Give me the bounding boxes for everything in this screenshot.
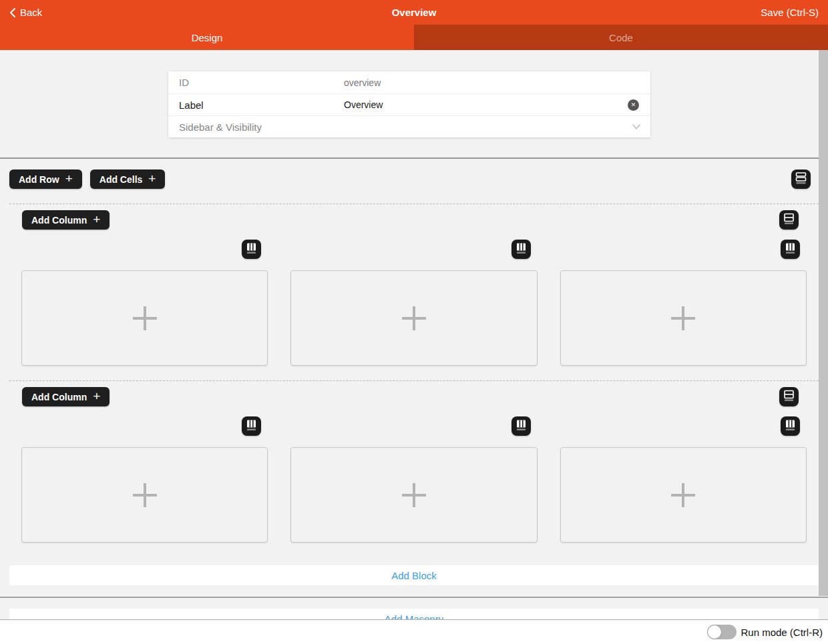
properties-band: ID overview Label Overview ✕ Sidebar & V… (0, 50, 828, 159)
row-section-1-header: Add Column + (9, 210, 819, 230)
columns-icon (784, 418, 797, 434)
run-mode-label: Run mode (Ctrl-R) (741, 627, 823, 638)
app-window: Back Overview Save (Ctrl-S) Design Code … (0, 0, 828, 644)
run-mode-toggle[interactable] (707, 625, 737, 639)
layout-canvas: Add Row + Add Cells + (0, 170, 828, 619)
add-column-button[interactable]: Add Column + (22, 387, 110, 406)
property-row-sidebar-visibility[interactable]: Sidebar & Visibility (168, 115, 650, 137)
plus-icon: + (93, 213, 100, 226)
tab-code[interactable]: Code (414, 25, 828, 50)
add-row-label: Add Row (19, 174, 59, 185)
properties-card: ID overview Label Overview ✕ Sidebar & V… (168, 71, 650, 137)
columns-settings-button[interactable] (511, 240, 531, 259)
columns-icon (245, 242, 258, 257)
row-section-1: Add Column + (9, 204, 819, 366)
add-row-button[interactable]: Add Row + (9, 170, 82, 189)
tab-design[interactable]: Design (0, 25, 414, 50)
empty-cell[interactable] (21, 270, 268, 366)
add-content-plus-icon (671, 306, 695, 330)
save-button[interactable]: Save (Ctrl-S) (761, 7, 819, 18)
split-rows-icon (783, 389, 795, 404)
row-settings-button[interactable] (779, 210, 799, 230)
back-button[interactable]: Back (9, 7, 42, 18)
columns-settings-button[interactable] (242, 416, 261, 436)
plus-icon: + (65, 172, 73, 185)
empty-cell[interactable] (21, 447, 268, 543)
rows-layout-button[interactable] (791, 170, 811, 189)
page-title: Overview (392, 7, 437, 18)
row-section-2-header: Add Column + (9, 387, 819, 406)
label-label: Label (179, 99, 344, 111)
cell-column (290, 240, 537, 366)
id-value: overview (344, 77, 381, 88)
columns-settings-button[interactable] (781, 240, 800, 259)
row-settings-button[interactable] (779, 387, 799, 406)
empty-cell[interactable] (290, 447, 537, 543)
toggle-knob (708, 625, 721, 639)
canvas-bottom-divider (0, 597, 828, 598)
columns-settings-button[interactable] (781, 416, 800, 436)
main-content: ID overview Label Overview ✕ Sidebar & V… (0, 50, 828, 619)
add-content-plus-icon (133, 483, 157, 507)
vertical-scrollbar[interactable] (819, 50, 828, 596)
stacked-rows-icon (795, 172, 807, 187)
add-cells-button[interactable]: Add Cells + (90, 170, 166, 189)
top-bar: Back Overview Save (Ctrl-S) (0, 0, 828, 25)
cell-column (21, 416, 268, 543)
id-label: ID (179, 77, 344, 88)
cells-row (21, 240, 807, 366)
clear-label-icon[interactable]: ✕ (628, 99, 639, 111)
chevron-left-icon (9, 8, 15, 17)
empty-cell[interactable] (560, 270, 807, 366)
sidebar-visibility-label: Sidebar & Visibility (179, 121, 344, 133)
add-masonry-button[interactable]: Add Masonry (9, 609, 819, 619)
plus-icon: + (93, 390, 100, 402)
add-column-label: Add Column (31, 392, 87, 402)
cell-column (560, 240, 807, 366)
add-cells-label: Add Cells (99, 174, 143, 185)
add-column-label: Add Column (31, 215, 87, 226)
plus-icon: + (148, 172, 156, 185)
columns-icon (245, 418, 258, 434)
add-content-plus-icon (402, 483, 426, 507)
add-content-plus-icon (402, 306, 426, 330)
add-content-plus-icon (133, 306, 157, 330)
columns-icon (515, 242, 528, 257)
add-content-plus-icon (671, 483, 695, 507)
cell-column (21, 240, 268, 366)
chevron-down-icon[interactable] (632, 124, 640, 129)
label-value[interactable]: Overview (344, 99, 383, 110)
cells-row (21, 416, 807, 543)
back-label: Back (20, 7, 42, 18)
empty-cell[interactable] (290, 270, 537, 366)
split-rows-icon (783, 212, 795, 228)
add-block-button[interactable]: Add Block (9, 565, 819, 585)
property-row-label[interactable]: Label Overview ✕ (168, 93, 650, 115)
cell-column (560, 416, 807, 543)
add-column-button[interactable]: Add Column + (22, 210, 110, 230)
property-row-id[interactable]: ID overview (168, 71, 650, 93)
empty-cell[interactable] (560, 447, 807, 543)
columns-settings-button[interactable] (242, 240, 261, 259)
cell-column (290, 416, 537, 543)
status-bar: Run mode (Ctrl-R) (0, 619, 828, 644)
columns-settings-button[interactable] (511, 416, 531, 436)
tab-bar: Design Code (0, 25, 828, 50)
columns-icon (784, 242, 797, 257)
canvas-toolbar: Add Row + Add Cells + (9, 170, 819, 189)
columns-icon (515, 418, 528, 434)
row-section-2: Add Column + (9, 380, 819, 543)
